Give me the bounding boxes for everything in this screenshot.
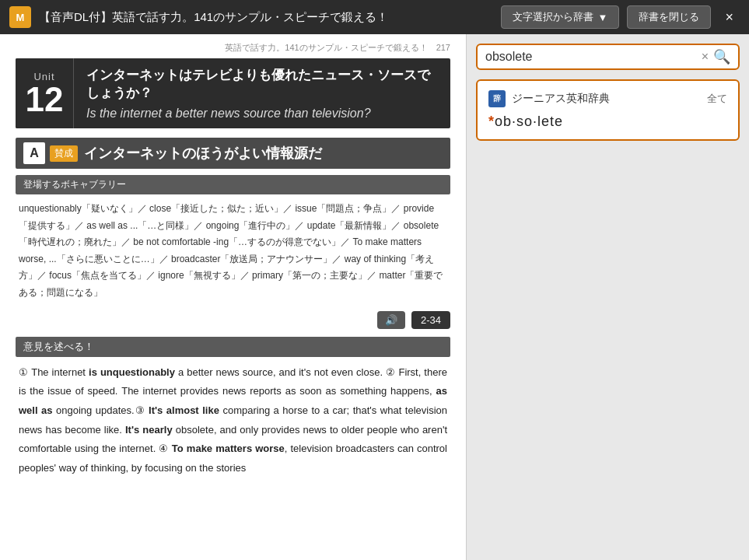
- unit-header: Unit 12 インターネットはテレビよりも優れたニュース・ソースでしょうか？ …: [16, 58, 450, 128]
- dict-card-header: 辞 ジーニアス英和辞典 全て: [488, 90, 727, 107]
- magnifier-icon: 🔍: [713, 49, 730, 65]
- dict-btn-label: 文字選択から辞書: [513, 10, 593, 24]
- audio-play-button[interactable]: 🔊: [377, 311, 405, 329]
- dict-source-icon: 辞: [488, 90, 506, 107]
- speech-bold-1: is unquestionably: [89, 366, 175, 378]
- close-dict-label: 辞書を閉じる: [639, 10, 699, 24]
- unit-title-english: Is the internet a better news source tha…: [86, 107, 438, 121]
- app-logo: M: [9, 6, 31, 28]
- search-bar: × 🔍: [476, 44, 740, 70]
- opinion-label-sansei: 賛成: [50, 145, 78, 162]
- dict-all-label: 全て: [707, 92, 727, 106]
- search-input[interactable]: [485, 50, 697, 64]
- audio-row: 🔊 2-34: [16, 311, 450, 329]
- speech-text-1: a better news source, and it's not even …: [175, 366, 386, 378]
- unit-number: 12: [26, 82, 64, 117]
- search-clear-button[interactable]: ×: [702, 50, 709, 64]
- speech-num-4: ④: [159, 443, 172, 454]
- main-content: 英語で話す力。141のサンプル・スピーチで鍛える！ 217 Unit 12 イン…: [0, 34, 749, 560]
- opinion-title: インターネットのほうがよい情報源だ: [84, 144, 322, 163]
- search-submit-button[interactable]: 🔍: [713, 48, 730, 65]
- audio-track-label: 2-34: [411, 311, 450, 329]
- dict-entry-word: ob·so·lete: [495, 114, 563, 129]
- book-panel: 英語で話す力。141のサンプル・スピーチで鍛える！ 217 Unit 12 イン…: [0, 34, 467, 560]
- close-window-button[interactable]: ×: [719, 6, 740, 29]
- clear-icon: ×: [702, 50, 709, 63]
- speech-text-2: ongoing updates.: [53, 404, 135, 416]
- speech-num-3: ③: [135, 404, 149, 416]
- speaker-icon: 🔊: [385, 314, 397, 326]
- speech-bold-4: It's nearly: [125, 424, 173, 436]
- breadcrumb: 英語で話す力。141のサンプル・スピーチで鍛える！ 217: [16, 42, 450, 54]
- opinion-label-a: A: [23, 142, 45, 164]
- iken-header: 意見を述べる！: [16, 337, 450, 357]
- speech-bold-5: To make matters worse: [172, 443, 285, 454]
- top-bar: M 【音声DL付】英語で話す力。141のサンプル・スピーチで鍛える！ 文字選択か…: [0, 0, 749, 34]
- unit-title-japanese: インターネットはテレビよりも優れたニュース・ソースでしょうか？: [86, 66, 438, 102]
- app-title: 【音声DL付】英語で話す力。141のサンプル・スピーチで鍛える！: [39, 10, 493, 25]
- opinion-header: A 賛成 インターネットのほうがよい情報源だ: [16, 138, 450, 169]
- unit-badge: Unit 12: [16, 58, 74, 128]
- close-icon: ×: [725, 9, 733, 25]
- dict-entry-prefix: *: [488, 114, 495, 129]
- dict-source-name: ジーニアス英和辞典: [512, 92, 610, 106]
- vocab-content: unquestionably「疑いなく」／ close「接近した；似た；近い」／…: [16, 201, 450, 302]
- dict-panel: × 🔍 辞 ジーニアス英和辞典 全て *ob·so·lete: [467, 34, 749, 560]
- dict-source: 辞 ジーニアス英和辞典: [488, 90, 610, 107]
- chevron-down-icon: ▼: [598, 12, 608, 23]
- speech-num-1: ① The internet: [19, 366, 89, 378]
- unit-title-area: インターネットはテレビよりも優れたニュース・ソースでしょうか？ Is the i…: [74, 58, 450, 128]
- vocab-header: 登場するボキャブラリー: [16, 175, 450, 194]
- close-dict-button[interactable]: 辞書を閉じる: [627, 5, 711, 29]
- dict-entry: *ob·so·lete: [488, 114, 727, 130]
- dict-from-selection-button[interactable]: 文字選択から辞書 ▼: [501, 5, 620, 29]
- speech-bold-3: It's almost like: [149, 404, 219, 416]
- speech-text: ① The internet is unquestionably a bette…: [16, 363, 450, 478]
- dict-result-card: 辞 ジーニアス英和辞典 全て *ob·so·lete: [476, 79, 740, 141]
